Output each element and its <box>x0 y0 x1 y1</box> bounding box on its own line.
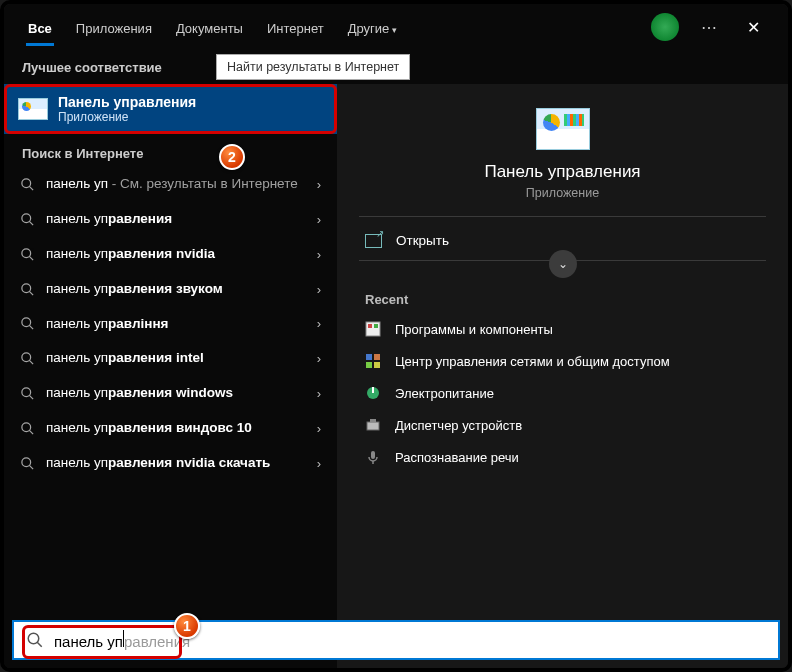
chevron-right-icon: › <box>317 421 321 436</box>
search-icon <box>20 421 35 436</box>
tab-all[interactable]: Все <box>18 11 62 44</box>
tab-apps[interactable]: Приложения <box>66 11 162 44</box>
tab-documents[interactable]: Документы <box>166 11 253 44</box>
more-options-button[interactable]: ⋯ <box>691 12 729 43</box>
svg-rect-21 <box>366 354 372 360</box>
chevron-right-icon: › <box>317 282 321 297</box>
recent-item[interactable]: Центр управления сетями и общим доступом <box>359 345 766 377</box>
user-avatar[interactable] <box>651 13 679 41</box>
web-result-item[interactable]: панель управления nvidia скачать› <box>4 446 337 481</box>
svg-rect-22 <box>374 354 380 360</box>
recent-item[interactable]: Программы и компоненты <box>359 313 766 345</box>
chevron-right-icon: › <box>317 316 321 331</box>
web-result-item[interactable]: панель управління› <box>4 307 337 342</box>
tooltip-hint: Найти результаты в Интернет <box>216 54 410 80</box>
svg-point-31 <box>28 633 39 644</box>
tab-web[interactable]: Интернет <box>257 11 334 44</box>
search-icon <box>20 177 35 192</box>
svg-rect-19 <box>368 324 372 328</box>
svg-line-17 <box>29 465 33 469</box>
result-text: панель управления <box>46 211 306 228</box>
detail-pane: Панель управления Приложение Открыть ⌄ R… <box>337 84 788 668</box>
svg-point-2 <box>22 214 31 223</box>
svg-point-12 <box>22 388 31 397</box>
best-match-title: Панель управления <box>58 94 196 110</box>
search-icon <box>20 456 35 471</box>
power-icon <box>365 385 381 401</box>
web-result-item[interactable]: панель уп - См. результаты в Интернете› <box>4 167 337 202</box>
web-result-item[interactable]: панель управления виндовс 10› <box>4 411 337 446</box>
search-icon <box>20 386 35 401</box>
expand-button[interactable]: ⌄ <box>549 250 577 278</box>
search-icon <box>20 351 35 366</box>
result-text: панель управления виндовс 10 <box>46 420 306 437</box>
filter-tabs: Все Приложения Документы Интернет Другие… <box>4 4 788 50</box>
web-search-label: Поиск в Интернете <box>4 134 337 167</box>
search-window: Все Приложения Документы Интернет Другие… <box>4 4 788 668</box>
svg-rect-29 <box>371 451 375 459</box>
svg-line-9 <box>29 326 33 330</box>
web-result-item[interactable]: панель управления звуком› <box>4 272 337 307</box>
result-text: панель управления звуком <box>46 281 306 298</box>
svg-point-4 <box>22 249 31 258</box>
search-icon <box>26 631 44 649</box>
svg-point-0 <box>22 179 31 188</box>
device-icon <box>365 417 381 433</box>
recent-item[interactable]: Диспетчер устройств <box>359 409 766 441</box>
svg-rect-24 <box>374 362 380 368</box>
search-icon <box>20 282 35 297</box>
annotation-badge-1: 1 <box>174 613 200 639</box>
svg-line-32 <box>37 642 42 647</box>
network-icon <box>365 353 381 369</box>
search-icon <box>20 316 35 331</box>
web-result-item[interactable]: панель управления› <box>4 202 337 237</box>
recent-item-label: Распознавание речи <box>395 450 519 465</box>
svg-point-6 <box>22 283 31 292</box>
recent-item[interactable]: Распознавание речи <box>359 441 766 473</box>
svg-point-16 <box>22 458 31 467</box>
svg-point-14 <box>22 423 31 432</box>
divider <box>359 216 766 217</box>
svg-line-3 <box>29 221 33 225</box>
svg-rect-23 <box>366 362 372 368</box>
web-result-item[interactable]: панель управления intel› <box>4 341 337 376</box>
search-icon <box>20 247 35 262</box>
recent-item-label: Электропитание <box>395 386 494 401</box>
tab-more[interactable]: Другие▾ <box>338 11 408 44</box>
annotation-badge-2: 2 <box>219 144 245 170</box>
svg-point-8 <box>22 318 31 327</box>
chevron-right-icon: › <box>317 247 321 262</box>
close-button[interactable]: ✕ <box>733 14 774 41</box>
result-text: панель управления nvidia <box>46 246 306 263</box>
open-label: Открыть <box>396 233 449 248</box>
svg-rect-27 <box>367 422 379 430</box>
result-text: панель уп - См. результаты в Интернете <box>46 176 306 193</box>
search-icon <box>20 212 35 227</box>
chevron-right-icon: › <box>317 456 321 471</box>
svg-rect-28 <box>370 419 376 422</box>
programs-icon <box>365 321 381 337</box>
best-match-item[interactable]: Панель управления Приложение <box>4 84 337 134</box>
search-input[interactable]: панель управления <box>54 630 190 650</box>
recent-label: Recent <box>359 284 766 313</box>
best-match-label: Лучшее соответствие <box>4 60 216 75</box>
svg-rect-20 <box>374 324 378 328</box>
search-input-container[interactable]: панель управления <box>12 620 780 660</box>
web-result-item[interactable]: панель управления windows› <box>4 376 337 411</box>
svg-point-10 <box>22 353 31 362</box>
svg-line-11 <box>29 361 33 365</box>
chevron-right-icon: › <box>317 351 321 366</box>
control-panel-large-icon <box>536 108 590 150</box>
result-text: панель управления intel <box>46 350 306 367</box>
open-icon <box>365 234 382 248</box>
recent-item[interactable]: Электропитание <box>359 377 766 409</box>
chevron-down-icon: ▾ <box>392 25 397 35</box>
recent-item-label: Программы и компоненты <box>395 322 553 337</box>
results-list: Панель управления Приложение Поиск в Инт… <box>4 84 337 668</box>
recent-item-label: Центр управления сетями и общим доступом <box>395 354 670 369</box>
web-result-item[interactable]: панель управления nvidia› <box>4 237 337 272</box>
chevron-right-icon: › <box>317 212 321 227</box>
svg-line-15 <box>29 430 33 434</box>
svg-line-7 <box>29 291 33 295</box>
search-typed-text: панель уп <box>54 633 123 650</box>
